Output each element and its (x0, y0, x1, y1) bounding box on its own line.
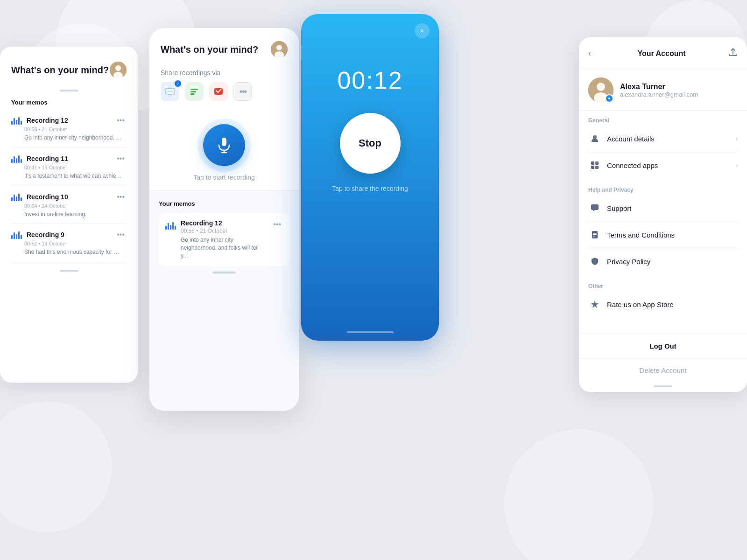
share-check-icon: ✓ (175, 80, 181, 87)
memo-header: Recording 10 ••• (11, 192, 127, 202)
logout-button[interactable]: Log Out (579, 334, 747, 359)
camera-icon (607, 96, 612, 101)
memo-options-button[interactable]: ••• (115, 154, 127, 164)
avatar-edit-badge[interactable] (605, 94, 613, 103)
waveform-icon (165, 221, 176, 230)
svg-rect-19 (591, 161, 594, 165)
delete-account-button[interactable]: Delete Account (579, 359, 747, 382)
svg-rect-7 (190, 91, 196, 92)
settings-item-left: Rate us on App Store (588, 298, 674, 311)
upload-button[interactable] (728, 48, 738, 59)
rate-us-label: Rate us on App Store (607, 301, 674, 308)
record-top: What's on your mind? Share recordings vi… (149, 28, 299, 119)
mic-container: Tap to start recording (149, 119, 299, 190)
share-tasks-button[interactable] (185, 82, 204, 101)
chevron-right-icon: › (735, 135, 738, 142)
panel1-section-label: Your memos (11, 99, 127, 106)
panel-account: ‹ Your Account Alexa Turne (579, 37, 747, 392)
list-item[interactable]: Recording 10 ••• 00:04 • 14 October Inve… (11, 186, 127, 224)
list-item[interactable]: Recording 12 00:56 • 21 October Go into … (159, 213, 289, 266)
waveform-icon (11, 231, 22, 239)
star-icon (588, 298, 601, 311)
svg-point-17 (608, 98, 610, 99)
account-header: ‹ Your Account (579, 37, 747, 68)
settings-section-general: General Account details › (579, 111, 747, 180)
memo-meta: 00:56 • 21 October (181, 228, 267, 234)
list-item[interactable]: Recording 11 ••• 00:41 • 19 October It's… (11, 148, 127, 186)
list-item[interactable]: Recording 9 ••• 00:52 • 14 October She h… (11, 224, 127, 262)
close-button[interactable]: × (415, 23, 430, 38)
memo-meta: 00:52 • 14 October (24, 241, 127, 246)
panel-active-recording: × 00:12 Stop Tap to share the recording (301, 14, 439, 341)
record-memos-section: Your memos Recording 12 00:56 • 21 Octob… (149, 190, 299, 411)
memo-options-button[interactable]: ••• (115, 230, 127, 240)
memo-name: Recording 12 (181, 219, 267, 227)
svg-rect-23 (591, 204, 599, 210)
svg-rect-26 (593, 234, 597, 235)
user-name: Alexa Turner (620, 83, 698, 91)
avatar[interactable] (271, 41, 288, 58)
svg-rect-8 (190, 93, 195, 95)
memo-header: Recording 12 ••• (11, 115, 127, 126)
svg-rect-6 (190, 89, 198, 90)
memo-options-button[interactable]: ••• (115, 115, 127, 126)
terms-item[interactable]: Terms and Conditions (588, 222, 738, 248)
memo-excerpt: Go into any inner city neighborhood, and… (181, 236, 267, 259)
shield-icon (588, 255, 601, 268)
rate-us-item[interactable]: Rate us on App Store (588, 291, 738, 317)
panel2-title: What's on your mind? (161, 44, 258, 55)
recording-timer: 00:12 (337, 66, 402, 94)
share-apps: ✉️ ✓ ••• (161, 82, 288, 101)
record-button[interactable] (203, 124, 245, 166)
svg-point-18 (593, 135, 597, 139)
memo-content: Recording 12 00:56 • 21 October Go into … (181, 219, 267, 259)
memo-name: Recording 11 (27, 155, 68, 162)
privacy-item[interactable]: Privacy Policy (588, 248, 738, 274)
memo-options-button[interactable]: ••• (271, 219, 283, 230)
document-icon (588, 228, 601, 241)
panel1-header: What's on your mind? (11, 62, 127, 78)
panel2-memos-label: Your memos (159, 200, 289, 207)
panel-memos-list: What's on your mind? Your memos Recordi (0, 47, 138, 383)
close-icon: × (420, 27, 424, 35)
settings-item-left: Privacy Policy (588, 255, 650, 268)
back-icon: ‹ (588, 49, 591, 58)
chevron-right-icon: › (735, 161, 738, 169)
back-button[interactable]: ‹ (588, 47, 595, 60)
user-info: Alexa Turner alexandra.turner@gmail.com (620, 83, 698, 98)
user-profile: Alexa Turner alexandra.turner@gmail.com (579, 68, 747, 111)
share-todoist-button[interactable] (209, 82, 228, 101)
chat-icon (588, 202, 601, 215)
connected-apps-item[interactable]: Connected apps › (588, 152, 738, 178)
list-item[interactable]: Recording 12 ••• 00:56 • 21 October Go i… (11, 110, 127, 148)
share-more-button[interactable]: ••• (233, 82, 252, 101)
memo-name: Recording 12 (27, 117, 68, 124)
apps-icon (588, 159, 601, 172)
avatar[interactable] (110, 62, 127, 78)
panel-record: What's on your mind? Share recordings vi… (149, 28, 299, 411)
terms-label: Terms and Conditions (607, 231, 675, 239)
bottom-scroll-indicator (60, 270, 78, 272)
section-label-general: General (588, 117, 738, 124)
memo-header: Recording 11 ••• (11, 154, 127, 164)
memo-meta: 00:56 • 21 October (24, 126, 127, 132)
account-details-item[interactable]: Account details › (588, 126, 738, 152)
memo-excerpt: Invest in on-line learning. (24, 210, 122, 218)
account-details-label: Account details (607, 135, 655, 143)
panel1-title: What's on your mind? (11, 65, 109, 76)
memo-options-button[interactable]: ••• (115, 192, 127, 202)
share-mail-button[interactable]: ✉️ ✓ (161, 82, 179, 101)
settings-item-left: Account details (588, 132, 655, 145)
settings-item-left: Connected apps (588, 159, 658, 172)
memo-left: Recording 10 (11, 193, 68, 201)
settings-item-left: Support (588, 202, 632, 215)
support-item[interactable]: Support (588, 195, 738, 222)
stop-button[interactable]: Stop (340, 113, 401, 174)
memo-header: Recording 9 ••• (11, 230, 127, 240)
memo-meta: 00:04 • 14 October (24, 203, 127, 209)
settings-item-left: Terms and Conditions (588, 228, 675, 241)
svg-rect-20 (595, 161, 599, 165)
svg-rect-10 (222, 138, 226, 146)
memo-excerpt: Go into any inner city neighborhood, and… (24, 134, 122, 142)
panel2-header: What's on your mind? (161, 41, 288, 58)
